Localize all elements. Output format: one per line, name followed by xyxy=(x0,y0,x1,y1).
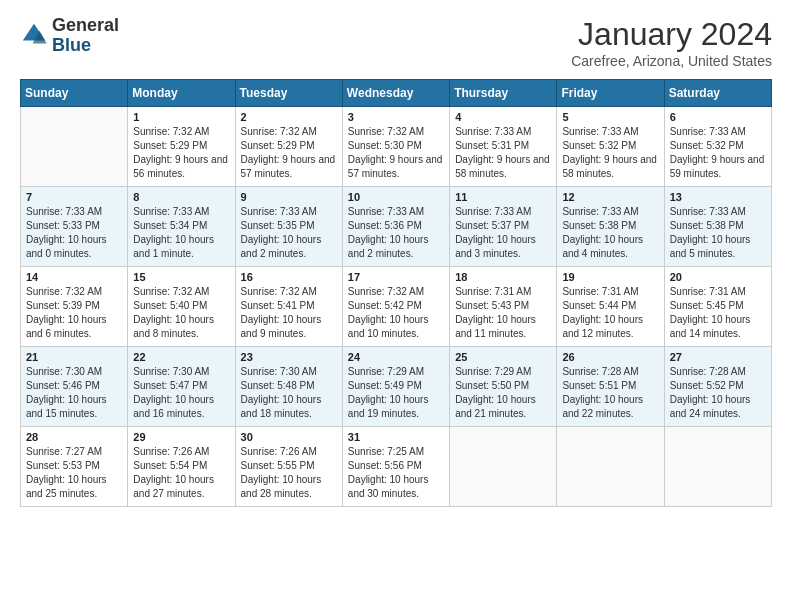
day-info: Sunrise: 7:32 AMSunset: 5:30 PMDaylight:… xyxy=(348,125,444,181)
logo-icon xyxy=(20,21,48,49)
day-number: 7 xyxy=(26,191,122,203)
header-cell-wednesday: Wednesday xyxy=(342,80,449,107)
title-area: January 2024 Carefree, Arizona, United S… xyxy=(571,16,772,69)
day-info: Sunrise: 7:32 AMSunset: 5:41 PMDaylight:… xyxy=(241,285,337,341)
day-cell: 23Sunrise: 7:30 AMSunset: 5:48 PMDayligh… xyxy=(235,347,342,427)
day-cell: 8Sunrise: 7:33 AMSunset: 5:34 PMDaylight… xyxy=(128,187,235,267)
day-cell: 11Sunrise: 7:33 AMSunset: 5:37 PMDayligh… xyxy=(450,187,557,267)
day-number: 15 xyxy=(133,271,229,283)
day-number: 14 xyxy=(26,271,122,283)
calendar-subtitle: Carefree, Arizona, United States xyxy=(571,53,772,69)
day-cell xyxy=(664,427,771,507)
day-cell: 4Sunrise: 7:33 AMSunset: 5:31 PMDaylight… xyxy=(450,107,557,187)
day-number: 6 xyxy=(670,111,766,123)
day-number: 31 xyxy=(348,431,444,443)
day-cell: 22Sunrise: 7:30 AMSunset: 5:47 PMDayligh… xyxy=(128,347,235,427)
day-cell: 25Sunrise: 7:29 AMSunset: 5:50 PMDayligh… xyxy=(450,347,557,427)
logo-general-text: General xyxy=(52,15,119,35)
header-cell-sunday: Sunday xyxy=(21,80,128,107)
day-info: Sunrise: 7:31 AMSunset: 5:45 PMDaylight:… xyxy=(670,285,766,341)
day-cell: 16Sunrise: 7:32 AMSunset: 5:41 PMDayligh… xyxy=(235,267,342,347)
week-row-2: 7Sunrise: 7:33 AMSunset: 5:33 PMDaylight… xyxy=(21,187,772,267)
day-number: 9 xyxy=(241,191,337,203)
week-row-1: 1Sunrise: 7:32 AMSunset: 5:29 PMDaylight… xyxy=(21,107,772,187)
day-info: Sunrise: 7:31 AMSunset: 5:43 PMDaylight:… xyxy=(455,285,551,341)
day-info: Sunrise: 7:29 AMSunset: 5:49 PMDaylight:… xyxy=(348,365,444,421)
header-cell-friday: Friday xyxy=(557,80,664,107)
day-info: Sunrise: 7:30 AMSunset: 5:47 PMDaylight:… xyxy=(133,365,229,421)
day-cell: 12Sunrise: 7:33 AMSunset: 5:38 PMDayligh… xyxy=(557,187,664,267)
day-cell: 21Sunrise: 7:30 AMSunset: 5:46 PMDayligh… xyxy=(21,347,128,427)
header-cell-tuesday: Tuesday xyxy=(235,80,342,107)
day-cell: 13Sunrise: 7:33 AMSunset: 5:38 PMDayligh… xyxy=(664,187,771,267)
day-info: Sunrise: 7:32 AMSunset: 5:29 PMDaylight:… xyxy=(133,125,229,181)
day-number: 17 xyxy=(348,271,444,283)
week-row-3: 14Sunrise: 7:32 AMSunset: 5:39 PMDayligh… xyxy=(21,267,772,347)
day-info: Sunrise: 7:26 AMSunset: 5:55 PMDaylight:… xyxy=(241,445,337,501)
day-cell xyxy=(557,427,664,507)
day-number: 30 xyxy=(241,431,337,443)
day-cell: 2Sunrise: 7:32 AMSunset: 5:29 PMDaylight… xyxy=(235,107,342,187)
day-number: 16 xyxy=(241,271,337,283)
day-info: Sunrise: 7:33 AMSunset: 5:31 PMDaylight:… xyxy=(455,125,551,181)
day-cell: 5Sunrise: 7:33 AMSunset: 5:32 PMDaylight… xyxy=(557,107,664,187)
day-cell: 31Sunrise: 7:25 AMSunset: 5:56 PMDayligh… xyxy=(342,427,449,507)
day-cell: 20Sunrise: 7:31 AMSunset: 5:45 PMDayligh… xyxy=(664,267,771,347)
day-number: 20 xyxy=(670,271,766,283)
day-info: Sunrise: 7:33 AMSunset: 5:38 PMDaylight:… xyxy=(670,205,766,261)
day-number: 11 xyxy=(455,191,551,203)
day-cell: 19Sunrise: 7:31 AMSunset: 5:44 PMDayligh… xyxy=(557,267,664,347)
day-info: Sunrise: 7:26 AMSunset: 5:54 PMDaylight:… xyxy=(133,445,229,501)
day-cell: 26Sunrise: 7:28 AMSunset: 5:51 PMDayligh… xyxy=(557,347,664,427)
header-row: SundayMondayTuesdayWednesdayThursdayFrid… xyxy=(21,80,772,107)
header-cell-monday: Monday xyxy=(128,80,235,107)
day-info: Sunrise: 7:33 AMSunset: 5:37 PMDaylight:… xyxy=(455,205,551,261)
day-cell: 29Sunrise: 7:26 AMSunset: 5:54 PMDayligh… xyxy=(128,427,235,507)
day-info: Sunrise: 7:27 AMSunset: 5:53 PMDaylight:… xyxy=(26,445,122,501)
header-cell-saturday: Saturday xyxy=(664,80,771,107)
day-info: Sunrise: 7:32 AMSunset: 5:39 PMDaylight:… xyxy=(26,285,122,341)
day-info: Sunrise: 7:25 AMSunset: 5:56 PMDaylight:… xyxy=(348,445,444,501)
day-cell: 10Sunrise: 7:33 AMSunset: 5:36 PMDayligh… xyxy=(342,187,449,267)
header: General Blue January 2024 Carefree, Ariz… xyxy=(20,16,772,69)
day-cell: 3Sunrise: 7:32 AMSunset: 5:30 PMDaylight… xyxy=(342,107,449,187)
day-info: Sunrise: 7:30 AMSunset: 5:48 PMDaylight:… xyxy=(241,365,337,421)
day-number: 4 xyxy=(455,111,551,123)
day-cell: 24Sunrise: 7:29 AMSunset: 5:49 PMDayligh… xyxy=(342,347,449,427)
logo: General Blue xyxy=(20,16,119,56)
day-number: 22 xyxy=(133,351,229,363)
day-number: 8 xyxy=(133,191,229,203)
day-number: 3 xyxy=(348,111,444,123)
day-cell: 9Sunrise: 7:33 AMSunset: 5:35 PMDaylight… xyxy=(235,187,342,267)
day-number: 10 xyxy=(348,191,444,203)
day-info: Sunrise: 7:33 AMSunset: 5:33 PMDaylight:… xyxy=(26,205,122,261)
week-row-5: 28Sunrise: 7:27 AMSunset: 5:53 PMDayligh… xyxy=(21,427,772,507)
day-cell: 7Sunrise: 7:33 AMSunset: 5:33 PMDaylight… xyxy=(21,187,128,267)
calendar-table: SundayMondayTuesdayWednesdayThursdayFrid… xyxy=(20,79,772,507)
day-info: Sunrise: 7:33 AMSunset: 5:35 PMDaylight:… xyxy=(241,205,337,261)
logo-blue-text: Blue xyxy=(52,35,91,55)
day-number: 29 xyxy=(133,431,229,443)
day-cell: 6Sunrise: 7:33 AMSunset: 5:32 PMDaylight… xyxy=(664,107,771,187)
day-cell xyxy=(21,107,128,187)
day-number: 12 xyxy=(562,191,658,203)
day-cell xyxy=(450,427,557,507)
day-number: 2 xyxy=(241,111,337,123)
day-info: Sunrise: 7:33 AMSunset: 5:36 PMDaylight:… xyxy=(348,205,444,261)
day-number: 5 xyxy=(562,111,658,123)
header-cell-thursday: Thursday xyxy=(450,80,557,107)
day-cell: 30Sunrise: 7:26 AMSunset: 5:55 PMDayligh… xyxy=(235,427,342,507)
day-number: 28 xyxy=(26,431,122,443)
day-number: 27 xyxy=(670,351,766,363)
day-info: Sunrise: 7:32 AMSunset: 5:42 PMDaylight:… xyxy=(348,285,444,341)
day-info: Sunrise: 7:33 AMSunset: 5:34 PMDaylight:… xyxy=(133,205,229,261)
day-info: Sunrise: 7:32 AMSunset: 5:29 PMDaylight:… xyxy=(241,125,337,181)
day-info: Sunrise: 7:29 AMSunset: 5:50 PMDaylight:… xyxy=(455,365,551,421)
day-info: Sunrise: 7:30 AMSunset: 5:46 PMDaylight:… xyxy=(26,365,122,421)
day-info: Sunrise: 7:33 AMSunset: 5:32 PMDaylight:… xyxy=(670,125,766,181)
day-cell: 28Sunrise: 7:27 AMSunset: 5:53 PMDayligh… xyxy=(21,427,128,507)
day-info: Sunrise: 7:28 AMSunset: 5:52 PMDaylight:… xyxy=(670,365,766,421)
day-number: 23 xyxy=(241,351,337,363)
day-cell: 18Sunrise: 7:31 AMSunset: 5:43 PMDayligh… xyxy=(450,267,557,347)
day-number: 21 xyxy=(26,351,122,363)
